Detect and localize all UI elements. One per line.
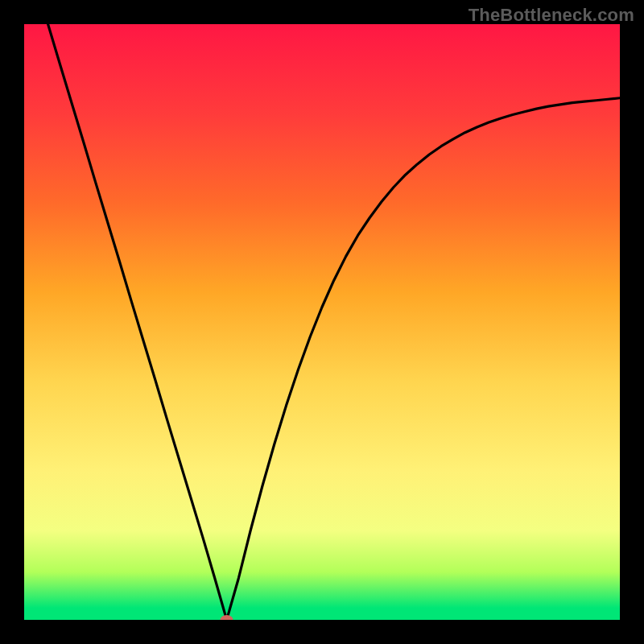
plot-background [24,24,620,620]
watermark-label: TheBottleneck.com [469,5,634,26]
chart-svg [0,0,644,644]
bottleneck-chart: TheBottleneck.com [0,0,644,644]
